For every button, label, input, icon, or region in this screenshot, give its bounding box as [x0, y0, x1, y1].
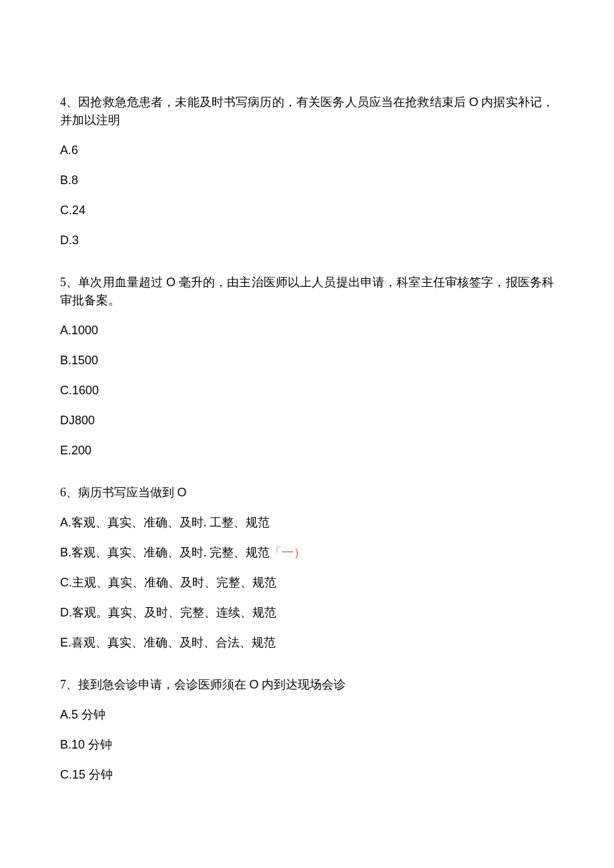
q6-option-c: C.主观、真实、准确、及时、完整、规范 — [60, 574, 554, 592]
q7-option-a: A.5 分钟 — [60, 706, 554, 724]
q5-option-c: C.1600 — [60, 382, 554, 400]
q6-option-c-prefix: C. — [60, 576, 72, 589]
q7-option-b-suffix: 分钟 — [88, 738, 112, 751]
question-4: 4、因抢救急危患者，未能及时书写病历的，有关医务人员应当在抢救结束后 O 内据实… — [60, 93, 554, 250]
q7-option-a-suffix: 分钟 — [81, 708, 105, 721]
spacer — [60, 472, 554, 484]
q4-option-d: D.3 — [60, 232, 554, 250]
q6-option-d: D.客观。真实、及时、完整、连续、规范 — [60, 604, 554, 622]
question-6-stem: 6、病历书写应当做到 O — [60, 484, 554, 502]
q6-stem-a: 6、病历书写应当做到 — [60, 486, 174, 499]
q6-option-d-prefix: D. — [60, 606, 72, 619]
q4-stem-a: 4、因抢救急危患者，未能及时书写病历的，有关医务人员应当在抢救结束后 — [60, 95, 466, 109]
spacer — [60, 262, 554, 274]
q7-option-c-prefix: C.15 — [60, 768, 85, 781]
q6-option-b-prefix: B. — [60, 546, 71, 559]
q5-option-d: DJ800 — [60, 412, 554, 430]
question-5-stem: 5、单次用血量超过 O 毫升的，由主治医师以上人员提出申请，科室主任审核签字，报… — [60, 274, 554, 310]
q7-option-c-suffix: 分钟 — [89, 768, 113, 781]
question-7: 7、接到急会诊申请，会诊医师须在 O 内到达现场会诊 A.5 分钟 B.10 分… — [60, 676, 554, 784]
q6-option-b: B.客观、真实、准确、及时. 完整、规范「一） — [60, 544, 554, 562]
question-5: 5、单次用血量超过 O 毫升的，由主治医师以上人员提出申请，科室主任审核签字，报… — [60, 274, 554, 460]
question-6: 6、病历书写应当做到 O A.客观、真实、准确、及时. 工整、规范 B.客观、真… — [60, 484, 554, 652]
q6-blank-placeholder: O — [178, 486, 187, 499]
q7-option-b: B.10 分钟 — [60, 736, 554, 754]
question-4-stem: 4、因抢救急危患者，未能及时书写病历的，有关医务人员应当在抢救结束后 O 内据实… — [60, 93, 554, 129]
q6-option-a: A.客观、真实、准确、及时. 工整、规范 — [60, 514, 554, 532]
q6-option-a-text: 客观、真实、准确、及时. 工整、规范 — [71, 516, 270, 529]
q5-option-e: E.200 — [60, 442, 554, 460]
q6-option-d-text: 客观。真实、及时、完整、连续、规范 — [72, 606, 276, 619]
q7-stem-a: 7、接到急会诊申请，会诊医师须在 — [60, 678, 246, 691]
q6-option-b-annotation: 「一） — [270, 546, 306, 559]
document-page: 4、因抢救急危患者，未能及时书写病历的，有关医务人员应当在抢救结束后 O 内据实… — [0, 0, 614, 863]
q6-option-e-prefix: E. — [60, 636, 71, 649]
q6-option-e: E.喜观、真实、准确、及时、合法、规范 — [60, 634, 554, 652]
q6-option-e-text: 喜观、真实、准确、及时、合法、规范 — [71, 636, 276, 649]
q4-option-c: C.24 — [60, 201, 554, 220]
q7-option-a-prefix: A.5 — [60, 708, 78, 721]
q7-option-c: C.15 分钟 — [60, 766, 554, 784]
q5-option-a: A.1000 — [60, 322, 554, 340]
q6-option-b-text: 客观、真实、准确、及时. 完整、规范 — [71, 546, 270, 559]
q4-blank-placeholder: O — [469, 95, 479, 109]
q7-option-b-prefix: B.10 — [60, 738, 85, 751]
spacer — [60, 664, 554, 676]
q7-blank-placeholder: O — [250, 678, 259, 691]
q4-option-a: A.6 — [60, 141, 554, 159]
question-7-stem: 7、接到急会诊申请，会诊医师须在 O 内到达现场会诊 — [60, 676, 554, 694]
q7-stem-b: 内到达现场会诊 — [262, 678, 346, 691]
q4-option-b: B.8 — [60, 171, 554, 189]
q6-option-a-prefix: A. — [60, 516, 71, 529]
q5-stem-a: 5、单次用血量超过 — [60, 276, 163, 289]
q6-option-c-text: 主观、真实、准确、及时、完整、规范 — [72, 576, 276, 589]
q5-blank-placeholder: O — [166, 276, 176, 289]
q5-option-b: B.1500 — [60, 352, 554, 370]
